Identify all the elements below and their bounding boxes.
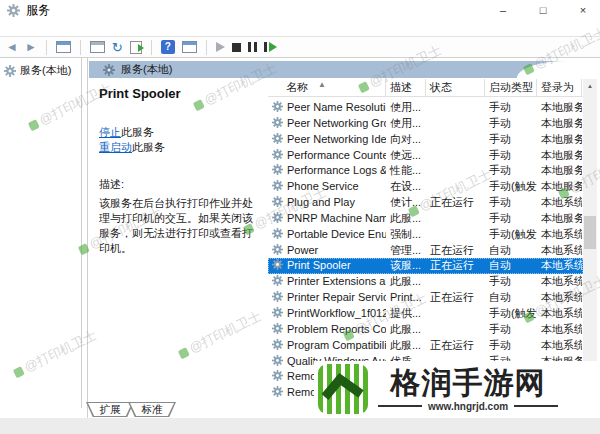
table-row[interactable]: Performance Counter DL...使远...手动本地服务 bbox=[268, 148, 583, 164]
cell-name: PNRP Machine Name Pu... bbox=[268, 211, 386, 227]
cell-status bbox=[426, 179, 485, 195]
table-row[interactable]: PrintWorkflow_1f012aa9提供...手动(触发...本地系统 bbox=[268, 306, 583, 322]
cell-startup-type: 手动 bbox=[485, 132, 537, 148]
cell-startup-type: 手动 bbox=[485, 148, 537, 164]
service-gear-icon bbox=[272, 386, 283, 397]
table-row[interactable]: PNRP Machine Name Pu...此服...手动本地服务 bbox=[268, 211, 583, 227]
table-row[interactable]: Performance Logs & Aler...性能...手动本地服务 bbox=[268, 163, 583, 179]
cell-description: 此服... bbox=[386, 211, 426, 227]
table-row[interactable]: Print Spooler该服...正在运行自动本地系统 bbox=[268, 258, 583, 274]
minimize-button[interactable]: – bbox=[496, 4, 510, 16]
cell-description: 向对... bbox=[386, 132, 426, 148]
back-icon[interactable]: ◄ bbox=[6, 41, 18, 53]
forward-icon[interactable]: ► bbox=[25, 41, 37, 53]
cell-startup-type: 手动(触发... bbox=[485, 227, 537, 243]
cell-description: 管理... bbox=[386, 243, 426, 259]
stop-service-icon[interactable] bbox=[232, 43, 241, 52]
list-header: 名称▲描述状态启动类型登录为 bbox=[268, 79, 583, 97]
close-button[interactable]: × bbox=[576, 4, 590, 16]
column-header-description[interactable]: 描述 bbox=[386, 79, 426, 96]
services-app-icon bbox=[7, 4, 20, 17]
cell-logon-as: 本地系统 bbox=[537, 338, 582, 354]
start-service-icon[interactable] bbox=[216, 42, 225, 52]
column-header-status[interactable]: 状态 bbox=[426, 79, 485, 96]
show-console-tree-icon[interactable] bbox=[56, 41, 71, 53]
cell-logon-as: 本地服务 bbox=[537, 132, 582, 148]
service-gear-icon bbox=[272, 180, 283, 191]
tab-standard[interactable]: 标准 bbox=[128, 402, 176, 417]
table-row[interactable]: Printer Repair ServicePrint...正在运行自动本地系统 bbox=[268, 290, 583, 306]
cell-status: 正在运行 bbox=[426, 290, 485, 306]
table-row[interactable]: Peer Networking Identity...向对...手动本地服务 bbox=[268, 132, 583, 148]
column-header-startup-type[interactable]: 启动类型 bbox=[485, 79, 537, 96]
toolbar: ◄ ► ↻ ? bbox=[0, 36, 600, 57]
cell-description: Print... bbox=[386, 290, 426, 306]
table-row[interactable]: Peer Name Resolution Pr...使用...手动本地服务 bbox=[268, 100, 583, 116]
taskpad-band: 服务(本地) bbox=[89, 61, 567, 78]
cell-status bbox=[426, 100, 485, 116]
table-row[interactable]: Program Compatibility A...此服...正在运行手动本地系… bbox=[268, 338, 583, 354]
cell-name: Plug and Play bbox=[268, 195, 386, 211]
restart-service-line: 重启动此服务 bbox=[99, 140, 259, 155]
service-name: PrintWorkflow_1f012aa9 bbox=[287, 307, 386, 319]
cell-startup-type: 自动 bbox=[485, 243, 537, 259]
show-action-pane-icon[interactable] bbox=[182, 41, 197, 53]
cell-logon-as: 本地服务 bbox=[537, 163, 582, 179]
table-row[interactable]: Plug and Play使计...正在运行手动本地系统 bbox=[268, 195, 583, 211]
cell-description: 使用... bbox=[386, 100, 426, 116]
export-list-icon[interactable] bbox=[130, 41, 142, 54]
service-gear-icon bbox=[272, 212, 283, 223]
service-name: Peer Networking Identity... bbox=[287, 133, 386, 145]
column-header-name[interactable]: 名称▲ bbox=[268, 79, 386, 96]
restart-service-icon[interactable] bbox=[264, 42, 277, 52]
service-name: Performance Counter DL... bbox=[287, 149, 386, 161]
stop-service-suffix: 此服务 bbox=[121, 126, 154, 138]
scrollbar-thumb[interactable] bbox=[584, 216, 596, 249]
tab-extended[interactable]: 扩展 bbox=[86, 402, 134, 417]
table-row[interactable]: Portable Device Enumera...强制...手动(触发...本… bbox=[268, 227, 583, 243]
scroll-up-icon[interactable]: ▲ bbox=[583, 83, 597, 89]
tree-item-services-local[interactable]: 服务(本地) bbox=[0, 58, 81, 78]
table-row[interactable]: Printer Extensions and N...此服...手动本地系统 bbox=[268, 274, 583, 290]
cell-logon-as: 本地服务 bbox=[537, 179, 582, 195]
restart-service-link[interactable]: 重启动 bbox=[99, 141, 132, 153]
maximize-button[interactable]: □ bbox=[536, 4, 550, 16]
bottom-strip bbox=[0, 418, 600, 434]
service-name: Portable Device Enumera... bbox=[287, 228, 386, 240]
column-header-logon-as[interactable]: 登录为 bbox=[537, 79, 582, 96]
cell-status bbox=[426, 163, 485, 179]
table-row[interactable]: Peer Networking Groupi...使用...手动本地服务 bbox=[268, 116, 583, 132]
cell-startup-type: 手动 bbox=[485, 116, 537, 132]
cell-status bbox=[426, 211, 485, 227]
help-icon[interactable]: ? bbox=[161, 40, 175, 54]
cell-startup-type: 手动 bbox=[485, 163, 537, 179]
vertical-scrollbar[interactable]: ▲ bbox=[583, 79, 597, 401]
table-row[interactable]: Power管理...正在运行自动本地系统 bbox=[268, 243, 583, 259]
toolbar-separator bbox=[80, 40, 81, 55]
service-name: Print Spooler bbox=[287, 259, 351, 271]
cell-name: Peer Networking Identity... bbox=[268, 132, 386, 148]
table-row[interactable]: Phone Service在设...手动(触发...本地服务 bbox=[268, 179, 583, 195]
cell-name: Performance Counter DL... bbox=[268, 148, 386, 164]
cell-description: 此服... bbox=[386, 338, 426, 354]
properties-icon[interactable] bbox=[90, 41, 105, 53]
cell-status bbox=[426, 306, 485, 322]
selected-service-name: Print Spooler bbox=[99, 86, 259, 101]
cell-startup-type: 手动 bbox=[485, 274, 537, 290]
table-row[interactable]: Problem Reports Control...此服...手动本地系统 bbox=[268, 322, 583, 338]
cell-startup-type: 自动 bbox=[485, 258, 537, 274]
cell-logon-as: 本地系统 bbox=[537, 195, 582, 211]
service-gear-icon bbox=[272, 228, 283, 239]
cell-name: Peer Name Resolution Pr... bbox=[268, 100, 386, 116]
refresh-icon[interactable]: ↻ bbox=[112, 41, 123, 54]
window-title: 服务 bbox=[26, 2, 50, 19]
cell-status: 正在运行 bbox=[426, 195, 485, 211]
pause-service-icon[interactable] bbox=[248, 42, 257, 52]
cell-startup-type: 手动 bbox=[485, 100, 537, 116]
cell-description: 该服... bbox=[386, 258, 426, 274]
tree-item-label: 服务(本地) bbox=[20, 63, 71, 78]
service-details-pane: Print Spooler 停止此服务 重启动此服务 描述: 该服务在后台执行打… bbox=[89, 78, 267, 418]
cell-status bbox=[426, 132, 485, 148]
cell-name: Portable Device Enumera... bbox=[268, 227, 386, 243]
stop-service-link[interactable]: 停止 bbox=[99, 126, 121, 138]
